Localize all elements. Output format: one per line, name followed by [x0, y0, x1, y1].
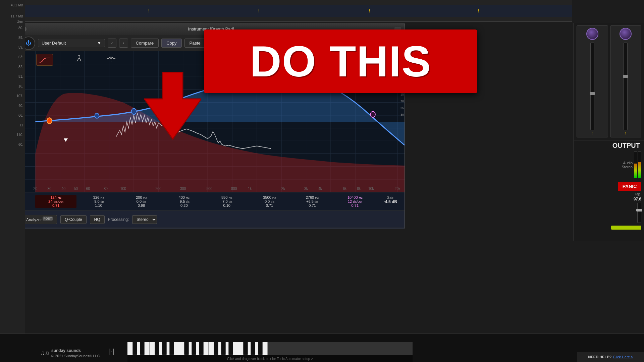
piano-key-black[interactable] [132, 342, 137, 355]
output-meters [634, 152, 641, 178]
svg-point-56 [110, 58, 112, 59]
db-label-80: 80. [0, 26, 23, 30]
piano-key-black[interactable] [221, 342, 226, 355]
db-label-63: 63. [0, 55, 23, 59]
svg-text:200: 200 [156, 186, 162, 191]
piano-key-black[interactable] [169, 342, 174, 355]
logo-text: sunday sounds © 2021 SundaySounds® LLC [51, 348, 100, 359]
band1-info[interactable]: 124 Hz 24 dB/Oct 0.71 [35, 195, 76, 208]
piano-key-black[interactable] [155, 342, 159, 355]
panic-tap-section: PANIC Tap 97.6 [574, 180, 644, 232]
mixer-section: ! ! [574, 23, 644, 140]
svg-point-28 [95, 113, 99, 118]
piano-key-black[interactable] [243, 342, 248, 355]
channel-2-pan-knob[interactable] [620, 28, 632, 40]
db-label-59: 59. [0, 46, 23, 49]
channel-1-fader[interactable] [590, 43, 594, 130]
db-label-51: 51. [0, 75, 23, 78]
svg-text:1k: 1k [248, 186, 252, 191]
band6-info[interactable]: 3500 Hz 0.0 dB 0.71 [249, 195, 290, 208]
right-label-neg20: 20 [400, 100, 404, 103]
db-label-11: 11 [0, 123, 23, 127]
channel-1-pan-knob[interactable] [586, 28, 598, 40]
mem-label-3: Zen [0, 20, 23, 23]
svg-text:6k: 6k [343, 186, 346, 191]
piano-key-black[interactable] [140, 342, 145, 355]
exclamation-2: ! [258, 9, 259, 13]
piano-key-black[interactable] [251, 342, 255, 355]
svg-point-33 [370, 111, 375, 117]
piano-key-black[interactable] [192, 342, 196, 355]
piano-key-black[interactable] [228, 342, 233, 355]
add-band-button[interactable]: + [20, 53, 23, 59]
do-this-text: DO THIS [250, 40, 431, 83]
eq-bottom-controls: AnalyzerPOST Q-Couple HQ Processing: Ste… [18, 211, 405, 228]
db-label-89: 89. [0, 36, 23, 40]
red-arrow [144, 72, 201, 142]
svg-point-27 [131, 109, 137, 115]
gain-display: Gain -4.5 dB [377, 195, 404, 208]
panic-button[interactable]: PANIC [618, 182, 641, 191]
exclamation-4: ! [478, 9, 479, 13]
svg-text:100: 100 [120, 186, 126, 191]
piano-key-black[interactable] [199, 342, 204, 355]
output-fader[interactable] [637, 203, 641, 223]
click-here-link[interactable]: Click Here > [613, 355, 633, 359]
db-label-107: 107. [0, 94, 23, 98]
svg-text:300: 300 [180, 186, 186, 191]
svg-text:50: 50 [74, 186, 78, 191]
band4-info[interactable]: 400 Hz -9.5 dB 0.20 [163, 195, 205, 208]
piano-key-black[interactable] [162, 342, 167, 355]
piano-key-black[interactable] [258, 342, 263, 355]
band3-filter-icon[interactable] [105, 54, 117, 63]
forward-button[interactable]: › [119, 39, 128, 48]
db-label-66: 66. [0, 114, 23, 117]
band2-filter-icon[interactable] [73, 54, 85, 63]
svg-text:80: 80 [104, 186, 108, 191]
preset-dropdown[interactable]: User Default ▼ [38, 39, 105, 47]
band8-info[interactable]: 10400 Hz 12 dB/Oct 0.71 [334, 195, 376, 208]
hq-button[interactable]: HQ [90, 215, 105, 224]
bottom-area: ♫♫ sunday sounds © 2021 SundaySounds® LL… [0, 334, 644, 362]
band5-info[interactable]: 850 Hz -7.0 dB 0.10 [206, 195, 248, 208]
piano-key-black[interactable] [214, 342, 218, 355]
svg-text:500: 500 [207, 186, 213, 191]
track-area: ! ! ! ! [25, 0, 572, 22]
exclamation-1: ! [148, 9, 149, 13]
output-panel: ! ! OUTPUT Audio Stereo [574, 23, 644, 241]
back-button[interactable]: ‹ [108, 39, 116, 48]
tap-section: Tap 97.6 [634, 192, 641, 201]
cursor [65, 138, 69, 142]
mixer-channel-2: ! [610, 25, 642, 137]
db-label-82: 82. [0, 65, 23, 69]
band2-info[interactable]: 326 Hz -9.0 dB 1.10 [78, 195, 119, 208]
band7-info[interactable]: 2760 Hz +6.5 dB 0.71 [291, 195, 333, 208]
channel-2-fader[interactable] [624, 43, 628, 130]
processing-select[interactable]: Stereo [132, 215, 157, 224]
paste-button[interactable]: Paste [184, 39, 206, 48]
svg-marker-57 [144, 72, 201, 139]
copy-button[interactable]: Copy [161, 39, 181, 48]
output-title: OUTPUT [574, 140, 644, 150]
compare-button[interactable]: Compare [131, 39, 159, 48]
exclamation-3: ! [369, 9, 370, 13]
svg-text:40: 40 [61, 186, 65, 191]
piano-key-black[interactable] [184, 342, 189, 355]
band-info-row: 124 Hz 24 dB/Oct 0.71 326 Hz -9.0 dB 1.1… [18, 192, 405, 211]
svg-text:4k: 4k [318, 186, 322, 191]
analyzer-button[interactable]: AnalyzerPOST [22, 215, 57, 224]
q-couple-button[interactable]: Q-Couple [60, 215, 86, 224]
mixer-channel-1: ! [577, 25, 608, 137]
svg-text:8k: 8k [357, 186, 361, 191]
audio-stereo-row: Audio Stereo [574, 150, 644, 180]
track-icon: |·| [109, 348, 114, 355]
db-label-110: 110. [0, 133, 23, 137]
meter-left [634, 152, 637, 178]
band1-filter-icon[interactable] [36, 54, 53, 66]
band3-info[interactable]: 200 Hz 0.0 dB 0.98 [121, 195, 162, 208]
do-this-banner: DO THIS [204, 29, 477, 93]
gain-bar [611, 226, 641, 230]
logo-icon: ♫♫ [40, 350, 49, 357]
eq-footer: ▶ Channel EQ [18, 228, 405, 229]
need-help-bar: NEED HELP? Click Here > [577, 352, 644, 362]
